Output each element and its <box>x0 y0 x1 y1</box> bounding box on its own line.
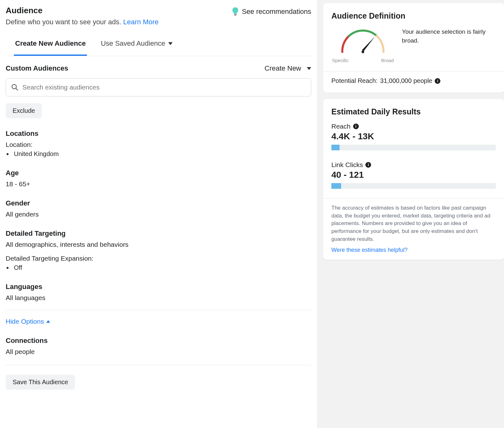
info-icon[interactable]: i <box>353 124 359 129</box>
audience-insights-panel: Audience Definition Specific <box>323 0 504 428</box>
chevron-down-icon <box>168 42 173 45</box>
reach-value: 4.4K - 13K <box>331 131 496 142</box>
detailed-targeting-expansion-label: Detailed Targeting Expansion: <box>6 255 311 262</box>
exclude-button[interactable]: Exclude <box>6 103 42 118</box>
chevron-down-icon <box>307 67 311 70</box>
tab-create-new-audience[interactable]: Create New Audience <box>14 36 87 56</box>
audience-definition-card: Audience Definition Specific <box>323 3 504 93</box>
estimated-daily-results-title: Estimated Daily Results <box>331 107 496 116</box>
search-input[interactable] <box>19 82 306 93</box>
see-recommendations-button[interactable]: See recommendations <box>232 7 311 16</box>
gender-section: Gender All genders <box>6 199 311 218</box>
link-clicks-metric: Link Clicks i 40 - 121 <box>331 161 496 189</box>
locations-section: Locations Location: United Kingdom <box>6 130 311 158</box>
potential-reach-value: 31,000,000 people <box>380 77 432 84</box>
svg-point-4 <box>362 51 364 53</box>
languages-section: Languages All languages <box>6 283 311 302</box>
audience-config-panel: Audience Define who you want to see your… <box>0 0 317 428</box>
svg-line-2 <box>16 88 18 90</box>
estimated-daily-results-card: Estimated Daily Results Reach i 4.4K - 1… <box>323 99 504 260</box>
page-title: Audience <box>6 6 159 15</box>
hide-options-toggle[interactable]: Hide Options <box>6 318 50 325</box>
reach-label: Reach <box>331 123 351 130</box>
detailed-targeting-label: Detailed Targeting <box>6 229 311 238</box>
learn-more-link[interactable]: Learn More <box>123 18 159 26</box>
gauge-icon <box>331 26 394 57</box>
gauge-specific-label: Specific <box>332 58 349 63</box>
link-clicks-label: Link Clicks <box>331 161 363 169</box>
link-clicks-bar-fill <box>331 183 341 189</box>
age-value: 18 - 65+ <box>6 180 311 188</box>
link-clicks-bar <box>331 183 496 189</box>
reach-bar-fill <box>331 145 340 150</box>
location-item: United Kingdom <box>13 150 311 158</box>
lightbulb-icon <box>232 7 239 16</box>
estimates-feedback-link[interactable]: Were these estimates helpful? <box>331 247 408 253</box>
save-audience-button[interactable]: Save This Audience <box>6 375 75 390</box>
connections-section: Connections All people <box>6 337 311 356</box>
gender-value: All genders <box>6 211 311 218</box>
search-audiences-container[interactable] <box>6 78 311 96</box>
potential-reach-label: Potential Reach: <box>331 77 378 84</box>
detailed-targeting-section: Detailed Targeting All demographics, int… <box>6 229 311 271</box>
results-disclaimer: The accuracy of estimates is based on fa… <box>331 204 496 243</box>
audience-definition-title: Audience Definition <box>331 11 496 20</box>
custom-audiences-label: Custom Audiences <box>6 64 68 72</box>
svg-rect-0 <box>234 14 236 15</box>
page-subtitle-text: Define who you want to see your ads. <box>6 18 123 26</box>
tab-use-saved-audience-label: Use Saved Audience <box>101 39 165 48</box>
info-icon[interactable]: i <box>435 78 440 84</box>
gender-label: Gender <box>6 199 311 207</box>
audience-definition-description: Your audience selection is fairly broad. <box>402 26 496 45</box>
languages-value: All languages <box>6 294 311 302</box>
audience-tabs: Create New Audience Use Saved Audience <box>6 36 311 56</box>
age-section: Age 18 - 65+ <box>6 169 311 188</box>
hide-options-label: Hide Options <box>6 318 44 325</box>
detailed-targeting-value: All demographics, interests and behavior… <box>6 241 311 248</box>
create-new-label: Create New <box>265 64 301 72</box>
locations-label: Locations <box>6 130 311 138</box>
see-recommendations-label: See recommendations <box>242 8 311 16</box>
svg-marker-3 <box>362 37 375 52</box>
chevron-up-icon <box>46 320 50 323</box>
connections-label: Connections <box>6 337 311 345</box>
locations-sublabel: Location: <box>6 141 311 148</box>
reach-metric: Reach i 4.4K - 13K <box>331 123 496 150</box>
create-new-dropdown[interactable]: Create New <box>265 64 311 72</box>
connections-value: All people <box>6 348 311 356</box>
age-label: Age <box>6 169 311 177</box>
detailed-targeting-expansion-item: Off <box>13 264 311 271</box>
page-subtitle: Define who you want to see your ads. Lea… <box>6 18 159 26</box>
reach-bar <box>331 145 496 150</box>
search-icon <box>11 84 19 91</box>
tab-use-saved-audience[interactable]: Use Saved Audience <box>100 36 174 56</box>
languages-label: Languages <box>6 283 311 291</box>
gauge-broad-label: Broad <box>381 58 394 63</box>
link-clicks-value: 40 - 121 <box>331 170 496 180</box>
info-icon[interactable]: i <box>365 162 371 168</box>
